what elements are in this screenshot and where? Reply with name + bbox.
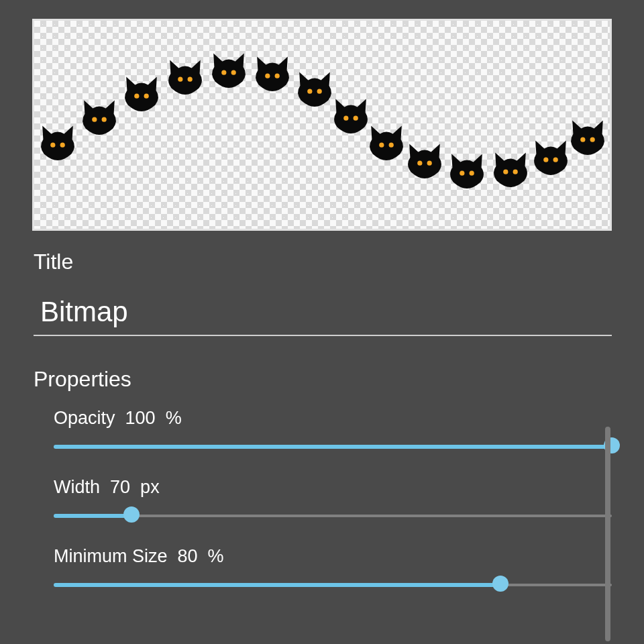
- width-value: 70: [110, 477, 130, 497]
- svg-point-17: [389, 143, 394, 148]
- opacity-unit: %: [166, 408, 182, 428]
- svg-point-25: [553, 158, 558, 162]
- opacity-slider[interactable]: [54, 443, 612, 449]
- opacity-property: Opacity 100 %: [54, 408, 612, 449]
- slider-thumb[interactable]: [123, 506, 140, 523]
- cat-icon: [165, 54, 205, 95]
- minimum-size-value: 80: [178, 546, 198, 566]
- svg-point-11: [275, 74, 280, 78]
- svg-point-26: [580, 138, 585, 142]
- svg-point-10: [265, 74, 270, 78]
- minimum-size-label: Minimum Size: [54, 546, 168, 566]
- svg-point-6: [178, 77, 182, 82]
- svg-point-15: [354, 116, 358, 121]
- svg-point-1: [60, 143, 65, 148]
- svg-point-4: [134, 94, 139, 99]
- properties-heading: Properties: [34, 367, 644, 392]
- minimum-size-property: Minimum Size 80 %: [54, 546, 612, 587]
- svg-point-13: [317, 89, 322, 94]
- title-label: Title: [34, 250, 644, 274]
- slider-thumb[interactable]: [492, 576, 508, 592]
- svg-point-20: [460, 171, 464, 176]
- svg-point-3: [102, 117, 107, 122]
- cat-icon: [531, 135, 571, 175]
- svg-point-19: [427, 161, 432, 166]
- cat-icon: [121, 71, 162, 111]
- minimum-size-unit: %: [208, 546, 224, 566]
- svg-point-21: [470, 171, 474, 176]
- svg-point-27: [590, 138, 595, 142]
- minimum-size-slider[interactable]: [54, 582, 612, 587]
- scrollbar[interactable]: [605, 427, 610, 641]
- title-input[interactable]: Bitmap: [34, 292, 612, 336]
- svg-point-16: [379, 143, 384, 148]
- cat-icon: [490, 147, 531, 187]
- brush-preview-canvas: [32, 19, 612, 231]
- svg-point-9: [231, 70, 236, 75]
- svg-point-5: [144, 94, 149, 99]
- cat-icon: [568, 115, 608, 155]
- svg-point-23: [513, 170, 518, 174]
- svg-point-0: [50, 143, 55, 148]
- cat-icon: [38, 120, 78, 160]
- cat-icon: [252, 51, 292, 91]
- svg-point-7: [188, 77, 193, 82]
- properties-panel: Opacity 100 % Width 70 px Minimum Size 8…: [54, 408, 612, 587]
- cat-icon: [331, 93, 371, 133]
- cat-icon: [366, 120, 407, 160]
- svg-point-14: [343, 116, 348, 121]
- width-property: Width 70 px: [54, 477, 612, 518]
- width-unit: px: [140, 477, 160, 497]
- opacity-label: Opacity: [54, 408, 115, 428]
- svg-point-22: [503, 170, 508, 174]
- svg-point-24: [543, 158, 548, 162]
- width-slider[interactable]: [54, 513, 612, 518]
- cat-icon: [405, 138, 445, 178]
- svg-point-12: [307, 89, 312, 94]
- cat-icon: [447, 148, 487, 189]
- cat-icon: [294, 66, 335, 107]
- cat-icon: [79, 95, 119, 135]
- svg-point-2: [92, 117, 97, 122]
- cat-icon: [209, 48, 249, 88]
- opacity-value: 100: [125, 408, 156, 428]
- svg-point-8: [221, 70, 226, 75]
- width-label: Width: [54, 477, 100, 497]
- svg-point-18: [417, 161, 422, 166]
